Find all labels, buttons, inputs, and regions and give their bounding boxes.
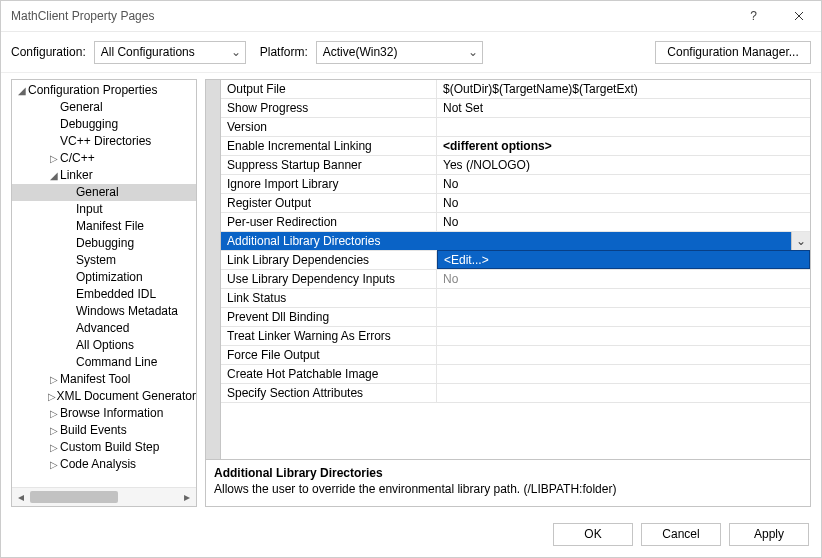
platform-combo[interactable]: Active(Win32) ⌄ — [316, 41, 484, 64]
property-row[interactable]: Link Status — [221, 289, 810, 308]
tree-item[interactable]: Debugging — [12, 235, 196, 252]
chevron-down-icon: ⌄ — [468, 45, 478, 59]
scroll-right-icon[interactable]: ▸ — [178, 490, 196, 504]
property-value[interactable] — [437, 384, 810, 402]
cancel-button[interactable]: Cancel — [641, 523, 721, 546]
scroll-track[interactable] — [30, 489, 178, 505]
tree-item[interactable]: ▷Manifest Tool — [12, 371, 196, 388]
property-value[interactable]: No — [437, 175, 810, 193]
tree-item[interactable]: Input — [12, 201, 196, 218]
property-value[interactable]: $(OutDir)$(TargetName)$(TargetExt) — [437, 80, 810, 98]
property-value[interactable] — [437, 118, 810, 136]
property-value[interactable] — [437, 346, 810, 364]
property-value[interactable]: <different options> — [437, 137, 810, 155]
property-value[interactable]: No — [437, 270, 810, 288]
help-button[interactable]: ? — [731, 1, 776, 31]
category-tree[interactable]: ◢Configuration PropertiesGeneralDebuggin… — [11, 79, 197, 507]
expand-icon[interactable]: ▷ — [48, 388, 56, 405]
property-value[interactable] — [437, 308, 810, 326]
property-row[interactable]: Register OutputNo — [221, 194, 810, 213]
tree-item[interactable]: Advanced — [12, 320, 196, 337]
property-value[interactable]: ⌄ — [437, 232, 810, 250]
apply-button[interactable]: Apply — [729, 523, 809, 546]
scroll-left-icon[interactable]: ◂ — [12, 490, 30, 504]
tree-item[interactable]: Debugging — [12, 116, 196, 133]
expand-icon[interactable]: ▷ — [48, 456, 60, 473]
configuration-combo[interactable]: All Configurations ⌄ — [94, 41, 246, 64]
expand-icon[interactable]: ▷ — [48, 439, 60, 456]
property-row[interactable]: Suppress Startup BannerYes (/NOLOGO) — [221, 156, 810, 175]
property-value[interactable] — [437, 327, 810, 345]
expand-icon[interactable]: ◢ — [48, 167, 60, 184]
tree-item[interactable]: Manifest File — [12, 218, 196, 235]
tree-item[interactable]: ▷Code Analysis — [12, 456, 196, 473]
property-row[interactable]: Force File Output — [221, 346, 810, 365]
tree-item[interactable]: Optimization — [12, 269, 196, 286]
dropdown-button[interactable]: ⌄ — [791, 232, 810, 250]
tree-item[interactable]: System — [12, 252, 196, 269]
property-name: Specify Section Attributes — [221, 384, 437, 402]
property-value[interactable] — [437, 289, 810, 307]
ok-button[interactable]: OK — [553, 523, 633, 546]
property-row[interactable]: Specify Section Attributes — [221, 384, 810, 403]
tree-item[interactable]: ▷XML Document Generator — [12, 388, 196, 405]
property-row[interactable]: Use Library Dependency InputsNo — [221, 270, 810, 289]
tree-item[interactable]: Embedded IDL — [12, 286, 196, 303]
property-name: Use Library Dependency Inputs — [221, 270, 437, 288]
scroll-thumb[interactable] — [30, 491, 118, 503]
help-body: Allows the user to override the environm… — [214, 482, 802, 496]
tree-item[interactable]: ◢Linker — [12, 167, 196, 184]
tree-root-label: Configuration Properties — [28, 82, 157, 99]
property-row[interactable]: Show ProgressNot Set — [221, 99, 810, 118]
cancel-label: Cancel — [662, 527, 699, 541]
property-name: Output File — [221, 80, 437, 98]
tree-item[interactable]: General — [12, 99, 196, 116]
property-row[interactable]: Enable Incremental Linking<different opt… — [221, 137, 810, 156]
tree-item-label: VC++ Directories — [60, 133, 151, 150]
property-value[interactable]: No — [437, 213, 810, 231]
property-value[interactable]: <Edit...> — [437, 250, 810, 269]
property-row[interactable]: Treat Linker Warning As Errors — [221, 327, 810, 346]
tree-item-label: Input — [76, 201, 103, 218]
property-row[interactable]: Create Hot Patchable Image — [221, 365, 810, 384]
property-row[interactable]: Output File$(OutDir)$(TargetName)$(Targe… — [221, 80, 810, 99]
tree-hscrollbar[interactable]: ◂ ▸ — [12, 487, 196, 506]
property-row[interactable]: Per-user RedirectionNo — [221, 213, 810, 232]
tree-item[interactable]: ▷Browse Information — [12, 405, 196, 422]
tree-item[interactable]: VC++ Directories — [12, 133, 196, 150]
tree-item[interactable]: ▷Custom Build Step — [12, 439, 196, 456]
property-row[interactable]: Version — [221, 118, 810, 137]
property-row[interactable]: Link Library Dependencies<Edit...> — [221, 251, 810, 270]
expand-icon[interactable]: ◢ — [16, 82, 28, 99]
tree-item[interactable]: Command Line — [12, 354, 196, 371]
configuration-manager-button[interactable]: Configuration Manager... — [655, 41, 811, 64]
property-row[interactable]: Prevent Dll Binding — [221, 308, 810, 327]
tree-item[interactable]: Windows Metadata — [12, 303, 196, 320]
close-button[interactable] — [776, 1, 821, 31]
property-value[interactable] — [437, 365, 810, 383]
expand-icon[interactable]: ▷ — [48, 422, 60, 439]
property-value[interactable]: Yes (/NOLOGO) — [437, 156, 810, 174]
tree-item-label: XML Document Generator — [56, 388, 196, 405]
chevron-down-icon: ⌄ — [796, 232, 806, 250]
configuration-label: Configuration: — [11, 45, 86, 59]
help-title: Additional Library Directories — [214, 466, 802, 480]
expand-icon[interactable]: ▷ — [48, 150, 60, 167]
property-value[interactable]: No — [437, 194, 810, 212]
tree-inner: ◢Configuration PropertiesGeneralDebuggin… — [12, 80, 196, 487]
expand-icon[interactable]: ▷ — [48, 371, 60, 388]
tree-item-label: System — [76, 252, 116, 269]
property-value[interactable]: Not Set — [437, 99, 810, 117]
tree-item[interactable]: ▷Build Events — [12, 422, 196, 439]
tree-item[interactable]: General — [12, 184, 196, 201]
property-row[interactable]: Additional Library Directories⌄ — [221, 232, 810, 251]
configuration-manager-label: Configuration Manager... — [667, 45, 798, 59]
property-grid: Output File$(OutDir)$(TargetName)$(Targe… — [205, 79, 811, 460]
property-row[interactable]: Ignore Import LibraryNo — [221, 175, 810, 194]
configuration-value: All Configurations — [101, 45, 195, 59]
expand-icon[interactable]: ▷ — [48, 405, 60, 422]
ok-label: OK — [584, 527, 601, 541]
tree-item[interactable]: ▷C/C++ — [12, 150, 196, 167]
tree-root[interactable]: ◢Configuration Properties — [12, 82, 196, 99]
tree-item[interactable]: All Options — [12, 337, 196, 354]
